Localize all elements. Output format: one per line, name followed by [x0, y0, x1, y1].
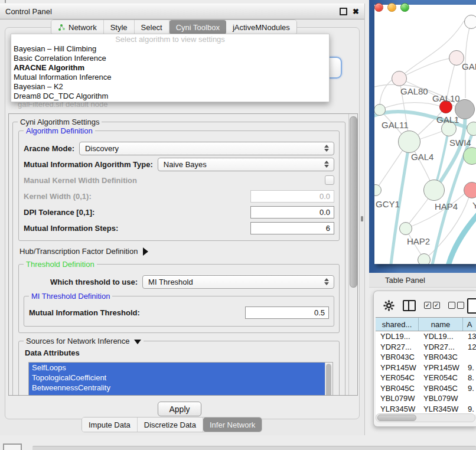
table-cell: 9.	[463, 405, 476, 413]
dpi-tolerance-field[interactable]: 0.0	[250, 206, 334, 219]
tab-cyni-toolbox[interactable]: Cyni Toolbox	[169, 20, 226, 34]
settings-vertical-scrollbar[interactable]	[348, 114, 357, 395]
mi-type-label: Mutual Information Algorithm Type:	[24, 160, 153, 169]
table-cell: YBR043C	[419, 353, 463, 361]
column-header[interactable]: name	[419, 318, 463, 331]
mi-type-value: Naive Bayes	[164, 160, 207, 169]
focused-combo-fragment[interactable]	[330, 57, 342, 79]
panel-splitter-handle[interactable]	[361, 216, 363, 221]
cyni-mode-tabs: Impute DataDiscretize DataInfer Network	[81, 417, 262, 432]
aracne-mode-select[interactable]: Discovery	[79, 142, 334, 155]
algorithm-definition-group: Algorithm Definition Aracne Mode: Discov…	[18, 131, 340, 241]
cyni-algorithm-settings-group: Cyni Algorithm Settings Algorithm Defini…	[12, 122, 345, 396]
which-threshold-select[interactable]: MI Threshold	[142, 275, 334, 289]
sources-title[interactable]: Sources for Network Inference	[24, 337, 144, 345]
stepper-arrows-icon	[324, 278, 329, 285]
window-traffic-lights	[374, 3, 409, 12]
network-node[interactable]	[464, 182, 476, 198]
algorithm-option[interactable]: Basic Correlation Inference	[11, 54, 329, 63]
mi-threshold-group: MI Threshold Definition Mutual Informati…	[24, 296, 334, 327]
table-row[interactable]: YBR045CYBR045C9.	[376, 383, 476, 394]
algorithm-option[interactable]: Bayesian – Hill Climbing	[11, 44, 329, 54]
float-window-icon[interactable]	[340, 8, 347, 15]
kernel-width-label: Kernel Width (0,1):	[24, 192, 92, 201]
mi-type-select[interactable]: Naive Bayes	[158, 158, 334, 171]
algorithm-option[interactable]: Bayesian – K2	[11, 82, 329, 92]
data-attributes-list[interactable]: SelfLoopsTopologicalCoefficientBetweenne…	[28, 362, 333, 396]
table-toolbar: ✓✓	[374, 294, 476, 317]
collapse-arrow-icon	[134, 340, 141, 344]
tab-label: Cyni Toolbox	[176, 23, 220, 32]
network-node[interactable]	[464, 15, 476, 29]
tab-impute-data[interactable]: Impute Data	[82, 418, 138, 432]
network-node[interactable]	[374, 104, 386, 116]
tab-infer-network[interactable]: Infer Network	[203, 418, 262, 432]
mi-steps-label: Mutual Information Steps:	[24, 224, 118, 233]
manual-kernel-checkbox[interactable]	[325, 175, 334, 185]
gear-icon[interactable]	[383, 300, 395, 311]
table-cell: YDL19...	[419, 332, 463, 341]
zoom-window-icon[interactable]	[400, 3, 409, 12]
algorithm-option[interactable]: Dream8 DC_TDC Algorithm	[11, 92, 329, 101]
network-node[interactable]	[423, 180, 445, 201]
tab-network[interactable]: Network	[51, 20, 104, 34]
table-cell: YER054C	[376, 373, 419, 382]
tab-label: Discretize Data	[144, 420, 196, 429]
hub-definition-expander[interactable]: Hub/Transcription Factor Definition	[19, 247, 340, 256]
node-label: GAL80	[400, 86, 428, 96]
algorithm-option[interactable]: Mutual Information Inference	[11, 73, 329, 82]
node-label: GAL4	[411, 152, 433, 162]
close-window-icon[interactable]	[374, 3, 383, 12]
table-cell: 9.	[463, 363, 476, 372]
table-cell: YBL079W	[419, 394, 463, 403]
tab-discretize-data[interactable]: Discretize Data	[138, 418, 203, 432]
mi-steps-field[interactable]: 6	[250, 222, 334, 234]
table-row[interactable]: YDL19...YDL19...13	[376, 331, 476, 342]
hub-definition-label: Hub/Transcription Factor Definition	[19, 247, 138, 256]
column-header[interactable]: shared...	[376, 318, 419, 331]
tab-style[interactable]: Style	[104, 20, 135, 34]
table-row[interactable]: YBR043CYBR043C	[376, 352, 476, 363]
export-table-icon[interactable]	[467, 298, 476, 314]
column-header[interactable]: A	[463, 318, 476, 331]
table-row[interactable]: YER054CYER054C8.	[376, 373, 476, 383]
list-vertical-scrollbar[interactable]	[325, 363, 332, 396]
table-row[interactable]: YBL079WYBL079W	[376, 393, 476, 404]
close-icon[interactable]: ✖	[353, 9, 359, 14]
network-canvas[interactable]: GALGAL80GAL10GAL11GAL1GAL4SWI4GCY1HAP4YH…	[374, 5, 476, 264]
columns-icon[interactable]	[403, 300, 416, 311]
table-row[interactable]: YLR345WYLR345W9.	[376, 404, 476, 415]
deselect-all-checks-icon[interactable]	[448, 302, 464, 309]
network-node[interactable]	[463, 147, 476, 165]
select-all-checks-icon[interactable]: ✓✓	[424, 302, 440, 309]
sources-group: Sources for Network Inference Data Attri…	[18, 341, 340, 396]
network-node[interactable]	[418, 253, 431, 264]
node-label: GAL11	[382, 120, 409, 130]
table-row[interactable]: YDR27...YDR27...12	[376, 342, 476, 353]
algorithm-option[interactable]: ARACNE Algorithm	[11, 63, 329, 73]
tab-select[interactable]: Select	[135, 20, 169, 34]
top-edge-tick	[5, 0, 6, 3]
table-panel-title: Table Panel	[385, 276, 425, 285]
data-attribute-item[interactable]: SelfLoops	[29, 363, 325, 373]
tab-label: jActiveMNodules	[233, 23, 290, 32]
bottom-dock-icon[interactable]	[3, 444, 22, 450]
data-attribute-item[interactable]: gal4RGexp	[29, 393, 325, 396]
algorithm-dropdown-placeholder: Select algorithm to view settings	[11, 34, 329, 44]
bottom-panel-edge	[32, 446, 476, 450]
network-node[interactable]	[398, 131, 420, 153]
table-horizontal-scrollbar[interactable]	[376, 413, 475, 422]
which-threshold-label: Which threshold to use:	[50, 278, 138, 286]
table-cell: 9.	[463, 384, 476, 393]
data-attribute-item[interactable]: TopologicalCoefficient	[29, 373, 325, 383]
tab-jactivemnodules[interactable]: jActiveMNodules	[226, 20, 296, 34]
network-node[interactable]	[392, 71, 407, 86]
node-label: HAP2	[407, 236, 430, 246]
apply-button[interactable]: Apply	[158, 402, 201, 416]
algorithm-definition-title: Algorithm Definition	[24, 126, 95, 135]
data-attribute-item[interactable]: BetweennessCentrality	[29, 383, 325, 393]
table-row[interactable]: YPR145WYPR145W9.	[376, 363, 476, 373]
minimize-window-icon[interactable]	[387, 3, 396, 12]
mi-threshold-field[interactable]: 0.5	[245, 306, 329, 319]
network-node[interactable]	[399, 222, 412, 235]
